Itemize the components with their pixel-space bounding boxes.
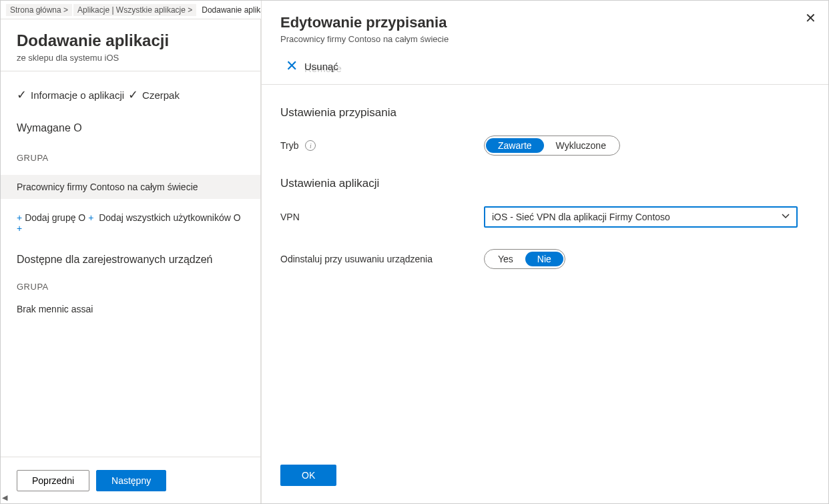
left-body: ✓ Informacje o aplikacji ✓ Czerpak Wymag…	[1, 71, 260, 314]
assignment-settings-title: Ustawienia przypisania	[280, 106, 810, 119]
uninstall-yes-option[interactable]: Yes	[486, 252, 525, 266]
uninstall-no-option[interactable]: Nie	[525, 252, 563, 266]
vpn-label: VPN	[280, 212, 484, 222]
right-header: Edytowanie przypisania Pracownicy firmy …	[262, 1, 828, 52]
right-footer: OK	[280, 465, 336, 486]
plus-icon: +	[17, 212, 22, 223]
right-body: Ustawienia przypisania Tryb i Zawarte Wy…	[262, 85, 828, 312]
breadcrumb-apps[interactable]: Aplikacje | Wszystkie aplikacje >	[73, 4, 196, 16]
uninstall-row: Odinstaluj przy usuwaniu urządzenia Yes …	[280, 249, 810, 269]
ok-button[interactable]: OK	[280, 465, 336, 486]
available-label: Dostępne dla zarejestrowanych urządzeń	[17, 254, 244, 266]
remove-label: Remove Usunąć	[304, 61, 338, 72]
right-panel: ✕ Edytowanie przypisania Pracownicy firm…	[261, 1, 828, 503]
remove-row[interactable]: ✕ Remove Usunąć	[262, 52, 828, 85]
plus-icon: +	[17, 223, 22, 234]
check-icon: ✓	[128, 87, 138, 102]
close-icon[interactable]: ✕	[805, 10, 816, 26]
previous-button[interactable]: Poprzedni	[17, 470, 89, 491]
steps-row: ✓ Informacje o aplikacji ✓ Czerpak	[17, 87, 244, 102]
mode-label: Tryb i	[280, 140, 484, 151]
group-column-header: GRUPA	[17, 153, 244, 163]
mode-row: Tryb i Zawarte Wykluczone	[280, 136, 810, 156]
panel-subtitle: Pracownicy firmy Contoso na całym świeci…	[280, 34, 810, 44]
uninstall-toggle[interactable]: Yes Nie	[484, 249, 565, 269]
vpn-select-value: iOS - Sieć VPN dla aplikacji Firmy Conto…	[492, 212, 670, 222]
app-settings-title: Ustawienia aplikacji	[280, 177, 810, 190]
info-icon[interactable]: i	[305, 140, 316, 151]
breadcrumb-home[interactable]: Strona główna >	[6, 4, 72, 16]
available-section: Dostępne dla zarejestrowanych urządzeń G…	[17, 254, 244, 314]
vpn-row: VPN iOS - Sieć VPN dla aplikacji Firmy C…	[280, 206, 810, 228]
page-title: Dodawanie aplikacji	[17, 31, 244, 50]
page-subtitle: ze sklepu dla systemu iOS	[17, 53, 244, 63]
scroll-left-arrow[interactable]: ◀	[2, 493, 7, 502]
left-footer: Poprzedni Następny	[1, 457, 260, 503]
mode-excluded-option[interactable]: Wykluczone	[544, 138, 618, 153]
check-icon: ✓	[17, 87, 27, 102]
step-scoop[interactable]: Czerpak	[142, 89, 180, 101]
required-label: Wymagane O	[17, 122, 244, 134]
group-row-selected[interactable]: Pracownicy firmy Contoso na całym świeci…	[1, 175, 260, 199]
plus-icon: +	[88, 212, 93, 223]
add-all-users-link[interactable]: Dodaj wszystkich użytkowników O	[99, 212, 240, 223]
left-panel: Dodawanie aplikacji ze sklepu dla system…	[1, 19, 261, 503]
add-links: +Dodaj grupę O + Dodaj wszystkich użytko…	[17, 212, 244, 234]
mode-toggle[interactable]: Zawarte Wykluczone	[484, 136, 620, 156]
no-items-text: Brak mennic assai	[17, 304, 244, 314]
add-group-link[interactable]: Dodaj grupę O	[25, 212, 85, 223]
left-header: Dodawanie aplikacji ze sklepu dla system…	[1, 19, 260, 71]
panel-title: Edytowanie przypisania	[280, 14, 810, 31]
vpn-select[interactable]: iOS - Sieć VPN dla aplikacji Firmy Conto…	[484, 206, 798, 228]
chevron-down-icon	[782, 212, 790, 222]
next-button[interactable]: Następny	[96, 470, 166, 491]
remove-x-icon: ✕	[286, 57, 298, 75]
group-column-header-2: GRUPA	[17, 282, 244, 292]
step-info[interactable]: Informacje o aplikacji	[31, 89, 124, 101]
mode-included-option[interactable]: Zawarte	[486, 138, 544, 153]
uninstall-label: Odinstaluj przy usuwaniu urządzenia	[280, 254, 484, 264]
